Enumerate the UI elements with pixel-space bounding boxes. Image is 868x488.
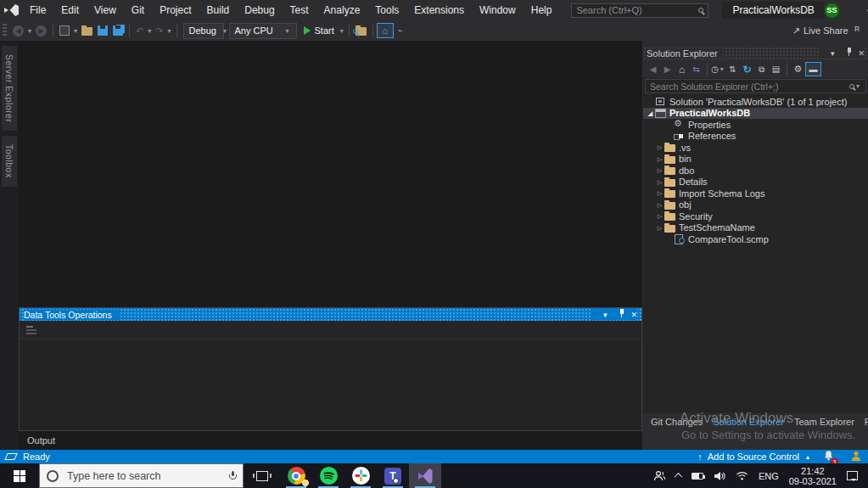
add-to-source-control-button[interactable]: Add to Source Control [708,452,799,462]
notifications-bell-icon[interactable]: 3 [823,450,834,463]
menu-item[interactable]: Edit [53,0,87,20]
tree-item[interactable]: dbo [643,165,868,177]
panel-tab[interactable]: Team Explorer [789,417,860,427]
language-indicator[interactable]: ENG [753,463,784,488]
user-avatar[interactable]: SS [825,3,839,18]
tree-item[interactable]: Solution 'PracticalWorksDB' (1 of 1 proj… [643,96,868,108]
save-all-icon[interactable] [110,22,126,39]
panel-tab[interactable]: Properties [860,417,868,427]
people-icon[interactable] [648,463,670,488]
web-browser-home-icon[interactable]: ⌂ [377,23,394,38]
taskbar-search-input[interactable]: Type here to search [39,463,244,488]
volume-icon[interactable] [708,463,731,488]
collapse-all-icon[interactable]: ⧉ [754,62,769,76]
pending-changes-filter-icon[interactable]: ◷▾ [711,62,725,76]
menu-item[interactable]: File [22,0,53,20]
wifi-icon[interactable] [731,463,753,488]
send-feedback-icon[interactable]: ᴿ [855,25,860,36]
menu-item[interactable]: Tools [367,0,406,20]
tree-item[interactable]: obj [643,199,868,211]
source-control-dropdown-icon[interactable]: ▴ [804,453,811,461]
live-share-icon[interactable]: ↗ [792,25,800,36]
redo-icon[interactable]: ↷ [153,22,165,39]
microphone-icon[interactable] [229,471,236,480]
tree-item[interactable]: Properties [643,119,868,131]
menu-item[interactable]: Analyze [316,0,368,20]
preview-selected-items-icon[interactable]: ▬ [805,62,821,76]
feedback-smiley-icon[interactable] [851,451,861,463]
start-button[interactable] [0,463,39,488]
solution-configuration-dropdown[interactable]: Debug▾ [183,23,224,39]
tree-item[interactable]: PracticalWorksDB [643,108,868,120]
navigate-back-icon[interactable]: ◀ [10,22,26,39]
minimize-button[interactable]: — [858,0,868,20]
switch-views-icon[interactable]: ⇅ [725,62,740,76]
operations-list-icon[interactable] [26,325,37,334]
taskbar-app-spotify[interactable] [312,463,344,488]
menu-item[interactable]: Extensions [406,0,472,20]
redo-dropdown-icon[interactable]: ▾ [165,27,172,35]
tree-item[interactable]: Security [643,210,868,222]
navigate-forward-icon[interactable]: ▶ [33,22,49,39]
taskbar-app-chrome[interactable] [280,463,312,488]
menu-item[interactable]: Build [199,0,238,20]
task-view-button[interactable] [244,463,280,488]
action-center-icon[interactable] [842,463,863,488]
start-dropdown-icon[interactable]: ▾ [339,27,345,35]
battery-icon[interactable] [686,463,708,488]
pin-icon[interactable] [613,309,624,320]
menu-item[interactable]: Project [152,0,199,20]
properties-icon[interactable]: ⚙ [791,62,805,76]
undo-icon[interactable]: ↶ [133,22,146,39]
taskbar-app-visual-studio[interactable] [409,463,441,488]
panel-options-dropdown-icon[interactable]: ▾ [603,311,608,319]
find-in-files-icon[interactable] [353,22,369,39]
hidden-icons-chevron-icon[interactable] [670,463,686,488]
home-icon[interactable]: ⌂ [675,62,689,76]
pin-icon[interactable] [840,48,852,59]
solution-platform-dropdown[interactable]: Any CPU▾ [229,23,297,39]
toolbar-grip[interactable] [3,24,7,37]
navigate-back-dropdown-icon[interactable]: ▾ [26,27,33,35]
panel-tab[interactable]: Solution Explorer [708,417,789,427]
panel-options-dropdown-icon[interactable]: ▾ [831,49,835,58]
new-project-icon[interactable] [57,22,72,39]
solution-explorer-search-input[interactable]: Search Solution Explorer (Ctrl+;) ▾ [645,79,866,93]
menu-item[interactable]: Debug [237,0,282,20]
close-panel-icon[interactable]: ✕ [858,49,865,58]
tree-item[interactable]: Import Schema Logs [643,188,868,199]
menu-item[interactable]: Test [283,0,316,20]
solution-explorer-title-bar[interactable]: Solution Explorer ▾ ✕ [643,46,868,60]
tree-item[interactable]: Details [643,177,868,188]
undo-dropdown-icon[interactable]: ▾ [146,27,153,35]
tree-item[interactable]: TestSchemaName [643,222,868,234]
clock[interactable]: 21:42 09-03-2021 [784,463,842,488]
server-explorer-tab[interactable]: Server Explorer [2,46,17,131]
menu-item[interactable]: Git [124,0,152,20]
toolbar-overflow-icon[interactable]: ╾ [397,27,405,35]
data-tools-operations-title-bar[interactable]: Data Tools Operations ▾ ✕ [20,308,641,321]
save-icon[interactable] [95,22,110,39]
start-debug-button[interactable]: Start [300,22,339,39]
open-file-icon[interactable] [79,22,95,39]
menu-item[interactable]: Window [472,0,524,20]
show-all-files-icon[interactable]: ▤ [769,62,783,76]
sync-with-active-document-icon[interactable]: ⇆ [689,62,703,76]
live-share-label[interactable]: Live Share [804,25,848,36]
back-icon[interactable]: ◀ [646,62,660,76]
output-tab[interactable]: Output [19,434,64,447]
menu-item[interactable]: Help [524,0,560,20]
tree-item[interactable]: .vs [643,142,868,154]
toolbox-tab[interactable]: Toolbox [2,136,17,187]
menu-item[interactable]: View [87,0,124,20]
refresh-icon[interactable]: ↻ [740,62,754,76]
taskbar-app-teams[interactable]: T [377,463,409,488]
forward-icon[interactable]: ▶ [660,62,675,76]
tree-item[interactable]: CompareTool.scmp [643,233,868,245]
close-panel-icon[interactable]: ✕ [630,311,637,319]
quick-search-input[interactable]: Search (Ctrl+Q) [571,3,708,18]
taskbar-app-slack[interactable] [344,463,377,488]
tree-item[interactable]: bin [643,154,868,165]
new-project-dropdown-icon[interactable]: ▾ [72,27,79,35]
panel-tab[interactable]: Git Changes [646,417,708,427]
